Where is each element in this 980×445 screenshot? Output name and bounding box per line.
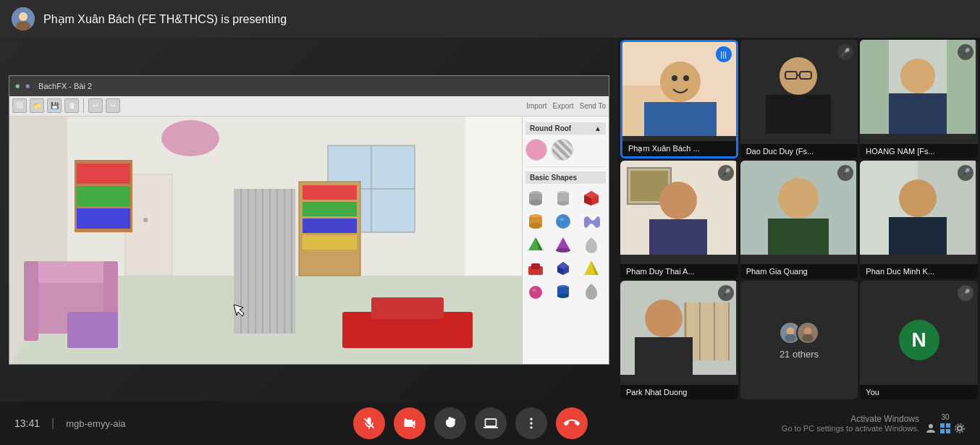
shape-pink-sphere[interactable] (525, 281, 546, 301)
toolbar-delete[interactable]: 🗑 (64, 98, 79, 113)
swatch-pink[interactable] (525, 139, 547, 161)
svg-point-108 (785, 334, 796, 342)
others-avatars (779, 321, 819, 344)
toolbar-save[interactable]: 💾 (47, 98, 62, 113)
settings-icon (954, 423, 966, 434)
shape-cone[interactable] (553, 234, 573, 255)
main-content: ■ ■ BachFX - Bài 2 ⬜ 📁 💾 🗑 ↩ ↪ Import (0, 38, 980, 402)
svg-rect-85 (889, 93, 947, 134)
participant-tile-phan-duc-minh[interactable]: 🎤 Phan Duc Minh K... (860, 161, 978, 279)
svg-rect-35 (77, 186, 130, 206)
svg-point-64 (529, 286, 542, 299)
svg-point-68 (557, 294, 569, 298)
more-options-button[interactable] (515, 407, 547, 439)
participant-tile-pham-duy-thai[interactable]: 🎤 Pham Duy Thai A... (620, 161, 738, 279)
shapes-title: Basic Shapes (530, 174, 577, 182)
sketchup-toolbar: ⬜ 📁 💾 🗑 ↩ ↪ Import Export Send To (9, 96, 609, 116)
svg-rect-93 (768, 219, 829, 255)
svg-rect-19 (67, 312, 118, 348)
toolbar-open[interactable]: 📁 (30, 98, 44, 113)
shape-wave[interactable] (581, 211, 601, 232)
svg-rect-34 (77, 164, 130, 184)
svg-point-111 (802, 334, 814, 342)
svg-rect-120 (940, 429, 945, 433)
participant-tile-park-nhat-duong[interactable]: 🎤 Park Nhat Duong (620, 281, 738, 399)
svg-point-107 (787, 327, 795, 335)
screen-share-inner: ■ ■ BachFX - Bài 2 ⬜ 📁 💾 🗑 ↩ ↪ Import (0, 38, 618, 402)
mute-icon-4: 🎤 (718, 165, 734, 181)
svg-point-114 (530, 418, 532, 420)
shape-pyramid-green[interactable] (525, 234, 546, 255)
svg-rect-82 (860, 40, 889, 134)
svg-point-104 (645, 300, 683, 337)
mute-icon-3: 🎤 (958, 44, 973, 60)
svg-rect-58 (531, 263, 540, 269)
participant-tile-dao-duc-duy[interactable]: 🎤 Dao Duc Duy (Fs... (740, 40, 858, 158)
svg-point-41 (529, 200, 542, 205)
participant-name-5: Pham Gia Quang (740, 264, 858, 279)
you-initial: N (899, 320, 939, 360)
hand-button[interactable] (434, 407, 466, 439)
participant-name-7: Park Nhat Duong (620, 385, 738, 399)
toolbar-new[interactable]: ⬜ (12, 98, 27, 113)
participant-tile-pham-gia-quang[interactable]: 🎤 Pham Gia Quang (740, 161, 858, 279)
svg-point-44 (557, 201, 569, 205)
shape-cylinder-orange[interactable] (525, 211, 546, 232)
top-bar: Phạm Xuân Bách (FE TH&THCS) is presentin… (0, 0, 980, 38)
svg-point-1 (19, 12, 28, 21)
sendto-btn[interactable]: Send To (579, 102, 606, 110)
activate-windows-title: Activate Windows (782, 414, 919, 424)
swatch-pattern[interactable] (552, 139, 573, 161)
participant-tile-pham-xuan-bach[interactable]: ||| Phạm Xuân Bách ... (620, 40, 738, 158)
participant-tile-hoang-nam[interactable]: 🎤 HOANG NAM [Fs... (860, 40, 978, 158)
mute-icon-you: 🎤 (958, 285, 973, 301)
toolbar-undo[interactable]: ↩ (88, 98, 103, 113)
svg-rect-97 (889, 217, 947, 255)
participant-tile-21-others[interactable]: 21 others (740, 281, 858, 399)
speaking-icon-1: ||| (716, 46, 732, 62)
svg-rect-36 (77, 208, 130, 229)
shape-sphere[interactable] (553, 211, 573, 232)
room-scene-svg (9, 116, 523, 364)
svg-point-38 (161, 120, 219, 156)
end-call-button[interactable] (556, 407, 588, 439)
participant-name-3: HOANG NAM [Fs... (860, 144, 978, 158)
shape-gray-teardrop[interactable] (581, 281, 601, 301)
shapes-header: Basic Shapes (525, 171, 606, 184)
svg-rect-121 (946, 429, 950, 433)
shape-red-half[interactable] (525, 258, 546, 278)
import-btn[interactable]: Import (526, 102, 546, 110)
participant-name-1: Phạm Xuân Bách ... (622, 141, 736, 156)
camera-button[interactable] (394, 407, 426, 439)
svg-point-56 (556, 248, 570, 253)
shape-navy-cube[interactable] (553, 258, 573, 278)
svg-rect-119 (946, 423, 950, 428)
svg-point-84 (900, 59, 935, 93)
sketchup-right-panel: Round Roof ▲ Basic Shapes (522, 116, 609, 364)
activate-windows-notice: Activate Windows Go to PC settings to ac… (782, 414, 919, 433)
svg-rect-22 (234, 189, 295, 334)
sketchup-window: ■ ■ BachFX - Bài 2 ⬜ 📁 💾 🗑 ↩ ↪ Import (9, 75, 609, 365)
participant-tile-you[interactable]: 🎤 N You (860, 281, 978, 399)
present-button[interactable] (475, 407, 507, 439)
participants-grid: ||| Phạm Xuân Bách ... 🎤 Dao Duc Duy (Fs… (618, 38, 980, 402)
bottom-toolbar: 13:41 | mgb-emyy-aia (0, 402, 980, 445)
shape-cylinder[interactable] (525, 188, 546, 208)
shape-blue-cylinder[interactable] (553, 281, 573, 301)
shape-cylinder2[interactable] (553, 188, 573, 208)
panel-title: Round Roof (530, 124, 571, 132)
export-btn[interactable]: Export (553, 102, 574, 110)
windows-badge: 30 (941, 413, 949, 421)
participant-name-4: Pham Duy Thai A... (620, 264, 738, 279)
shape-cube[interactable] (581, 188, 601, 208)
sketchup-viewport: Round Roof ▲ Basic Shapes (9, 116, 609, 364)
shape-teardrop[interactable] (581, 234, 601, 255)
shape-yellow-pyramid[interactable] (581, 258, 601, 278)
meeting-id: mgb-emyy-aia (66, 418, 125, 429)
mute-icon-7: 🎤 (718, 285, 734, 301)
others-content: 21 others (779, 321, 819, 360)
toolbar-redo[interactable]: ↪ (106, 98, 120, 113)
svg-point-116 (530, 426, 532, 428)
mic-button[interactable] (353, 407, 385, 439)
mute-icon-6: 🎤 (958, 165, 973, 181)
